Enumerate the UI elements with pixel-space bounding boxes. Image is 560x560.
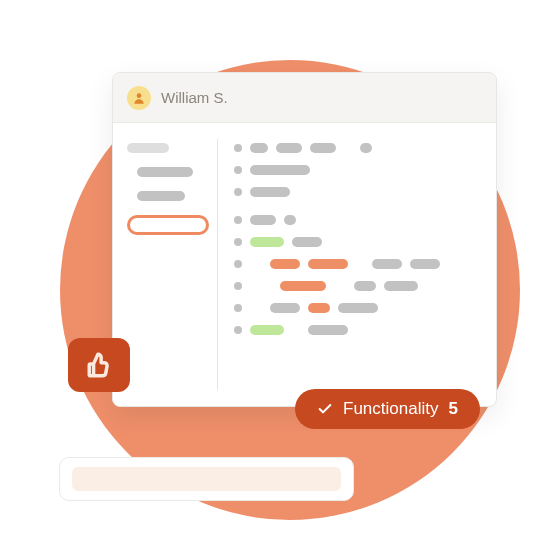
code-line <box>234 281 480 291</box>
window-titlebar: William S. <box>113 73 496 123</box>
badge-label: Functionality <box>343 399 438 419</box>
code-panel <box>218 123 496 406</box>
functionality-badge[interactable]: Functionality 5 <box>295 389 480 429</box>
sidebar-item[interactable] <box>127 143 169 153</box>
like-badge[interactable] <box>68 338 130 392</box>
code-line <box>234 237 480 247</box>
sidebar-item-active[interactable] <box>127 215 209 235</box>
svg-point-0 <box>137 93 142 98</box>
code-line <box>234 165 480 175</box>
check-icon <box>317 401 333 417</box>
user-name: William S. <box>161 89 228 106</box>
sidebar-item[interactable] <box>137 167 193 177</box>
code-line <box>234 325 480 335</box>
code-line <box>234 143 480 153</box>
user-avatar-icon <box>127 86 151 110</box>
code-line <box>234 187 480 197</box>
thumbs-up-icon <box>86 352 112 378</box>
code-review-window: William S. <box>112 72 497 407</box>
window-body <box>113 123 496 406</box>
comment-input-fill <box>72 467 341 491</box>
code-line <box>234 259 480 269</box>
comment-input[interactable] <box>59 457 354 501</box>
code-line <box>234 215 480 225</box>
code-line <box>234 303 480 313</box>
sidebar-item[interactable] <box>137 191 185 201</box>
badge-score: 5 <box>448 399 457 419</box>
